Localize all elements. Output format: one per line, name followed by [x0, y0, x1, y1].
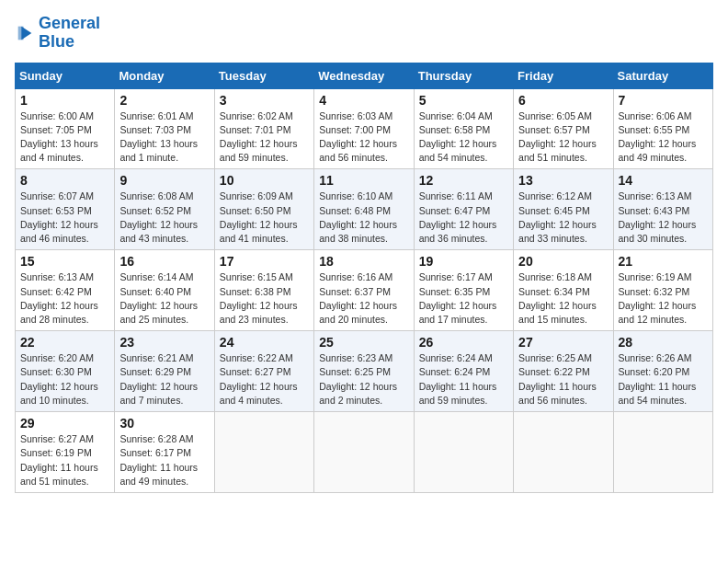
- calendar-day-21: 21Sunrise: 6:19 AM Sunset: 6:32 PM Dayli…: [613, 250, 712, 331]
- calendar-day-18: 18Sunrise: 6:16 AM Sunset: 6:37 PM Dayli…: [314, 250, 414, 331]
- day-number: 30: [119, 416, 209, 431]
- calendar-week-3: 15Sunrise: 6:13 AM Sunset: 6:42 PM Dayli…: [16, 250, 713, 331]
- empty-day-cell: [214, 412, 313, 493]
- day-number: 22: [20, 335, 109, 350]
- day-info: Sunrise: 6:25 AM Sunset: 6:22 PM Dayligh…: [518, 351, 608, 408]
- calendar-table: SundayMondayTuesdayWednesdayThursdayFrid…: [15, 63, 713, 493]
- day-info: Sunrise: 6:11 AM Sunset: 6:47 PM Dayligh…: [419, 190, 508, 246]
- weekday-header-tuesday: Tuesday: [214, 63, 313, 88]
- day-number: 26: [419, 335, 508, 350]
- day-number: 14: [619, 173, 708, 188]
- calendar-day-27: 27Sunrise: 6:25 AM Sunset: 6:22 PM Dayli…: [514, 331, 613, 412]
- calendar-day-15: 15Sunrise: 6:13 AM Sunset: 6:42 PM Dayli…: [16, 250, 115, 331]
- empty-day-cell: [414, 412, 513, 493]
- day-info: Sunrise: 6:28 AM Sunset: 6:17 PM Dayligh…: [119, 432, 209, 488]
- empty-day-cell: [514, 412, 613, 493]
- page-header: General Blue: [15, 15, 713, 52]
- day-info: Sunrise: 6:18 AM Sunset: 6:34 PM Dayligh…: [518, 270, 608, 327]
- day-info: Sunrise: 6:23 AM Sunset: 6:25 PM Dayligh…: [319, 351, 408, 408]
- day-info: Sunrise: 6:20 AM Sunset: 6:30 PM Dayligh…: [20, 351, 109, 408]
- day-number: 27: [518, 335, 608, 350]
- day-info: Sunrise: 6:15 AM Sunset: 6:38 PM Dayligh…: [220, 270, 309, 327]
- day-number: 23: [119, 335, 209, 350]
- calendar-day-11: 11Sunrise: 6:10 AM Sunset: 6:48 PM Dayli…: [314, 169, 414, 250]
- day-info: Sunrise: 6:02 AM Sunset: 7:01 PM Dayligh…: [220, 109, 309, 166]
- calendar-day-30: 30Sunrise: 6:28 AM Sunset: 6:17 PM Dayli…: [115, 412, 214, 493]
- weekday-header-sunday: Sunday: [16, 63, 115, 88]
- day-info: Sunrise: 6:26 AM Sunset: 6:20 PM Dayligh…: [619, 351, 708, 408]
- calendar-week-2: 8Sunrise: 6:07 AM Sunset: 6:53 PM Daylig…: [16, 169, 713, 250]
- calendar-day-23: 23Sunrise: 6:21 AM Sunset: 6:29 PM Dayli…: [115, 331, 214, 412]
- day-number: 10: [220, 173, 309, 188]
- calendar-day-2: 2Sunrise: 6:01 AM Sunset: 7:03 PM Daylig…: [115, 88, 214, 169]
- weekday-header-wednesday: Wednesday: [314, 63, 414, 88]
- calendar-day-25: 25Sunrise: 6:23 AM Sunset: 6:25 PM Dayli…: [314, 331, 414, 412]
- calendar-day-20: 20Sunrise: 6:18 AM Sunset: 6:34 PM Dayli…: [514, 250, 613, 331]
- day-info: Sunrise: 6:08 AM Sunset: 6:52 PM Dayligh…: [119, 190, 209, 246]
- calendar-day-29: 29Sunrise: 6:27 AM Sunset: 6:19 PM Dayli…: [16, 412, 115, 493]
- day-info: Sunrise: 6:14 AM Sunset: 6:40 PM Dayligh…: [119, 270, 209, 327]
- day-info: Sunrise: 6:17 AM Sunset: 6:35 PM Dayligh…: [419, 270, 508, 327]
- calendar-day-10: 10Sunrise: 6:09 AM Sunset: 6:50 PM Dayli…: [214, 169, 313, 250]
- calendar-header: SundayMondayTuesdayWednesdayThursdayFrid…: [16, 63, 713, 88]
- day-info: Sunrise: 6:04 AM Sunset: 6:58 PM Dayligh…: [419, 109, 508, 166]
- calendar-week-1: 1Sunrise: 6:00 AM Sunset: 7:05 PM Daylig…: [16, 88, 713, 169]
- calendar-day-6: 6Sunrise: 6:05 AM Sunset: 6:57 PM Daylig…: [514, 88, 613, 169]
- calendar-day-12: 12Sunrise: 6:11 AM Sunset: 6:47 PM Dayli…: [414, 169, 513, 250]
- day-info: Sunrise: 6:00 AM Sunset: 7:05 PM Dayligh…: [20, 109, 109, 166]
- logo: General Blue: [15, 15, 100, 52]
- day-number: 13: [518, 173, 608, 188]
- day-number: 9: [119, 173, 209, 188]
- calendar-week-4: 22Sunrise: 6:20 AM Sunset: 6:30 PM Dayli…: [16, 331, 713, 412]
- day-info: Sunrise: 6:19 AM Sunset: 6:32 PM Dayligh…: [619, 270, 708, 327]
- day-number: 1: [20, 93, 109, 108]
- calendar-day-17: 17Sunrise: 6:15 AM Sunset: 6:38 PM Dayli…: [214, 250, 313, 331]
- weekday-header-saturday: Saturday: [613, 63, 712, 88]
- calendar-day-4: 4Sunrise: 6:03 AM Sunset: 7:00 PM Daylig…: [314, 88, 414, 169]
- calendar-day-19: 19Sunrise: 6:17 AM Sunset: 6:35 PM Dayli…: [414, 250, 513, 331]
- day-number: 17: [220, 254, 309, 269]
- logo-icon: [15, 23, 35, 43]
- day-number: 20: [518, 254, 608, 269]
- calendar-day-16: 16Sunrise: 6:14 AM Sunset: 6:40 PM Dayli…: [115, 250, 214, 331]
- day-info: Sunrise: 6:07 AM Sunset: 6:53 PM Dayligh…: [20, 190, 109, 246]
- day-number: 11: [319, 173, 408, 188]
- day-number: 15: [20, 254, 109, 269]
- calendar-day-9: 9Sunrise: 6:08 AM Sunset: 6:52 PM Daylig…: [115, 169, 214, 250]
- day-number: 28: [619, 335, 708, 350]
- day-number: 2: [119, 93, 209, 108]
- calendar-day-8: 8Sunrise: 6:07 AM Sunset: 6:53 PM Daylig…: [16, 169, 115, 250]
- calendar-day-24: 24Sunrise: 6:22 AM Sunset: 6:27 PM Dayli…: [214, 331, 313, 412]
- weekday-header-thursday: Thursday: [414, 63, 513, 88]
- day-info: Sunrise: 6:06 AM Sunset: 6:55 PM Dayligh…: [619, 109, 708, 166]
- day-number: 7: [619, 93, 708, 108]
- day-number: 8: [20, 173, 109, 188]
- day-info: Sunrise: 6:24 AM Sunset: 6:24 PM Dayligh…: [419, 351, 508, 408]
- calendar-day-22: 22Sunrise: 6:20 AM Sunset: 6:30 PM Dayli…: [16, 331, 115, 412]
- day-number: 25: [319, 335, 408, 350]
- day-info: Sunrise: 6:12 AM Sunset: 6:45 PM Dayligh…: [518, 190, 608, 246]
- day-info: Sunrise: 6:13 AM Sunset: 6:42 PM Dayligh…: [20, 270, 109, 327]
- day-info: Sunrise: 6:22 AM Sunset: 6:27 PM Dayligh…: [220, 351, 309, 408]
- day-info: Sunrise: 6:27 AM Sunset: 6:19 PM Dayligh…: [20, 432, 109, 488]
- calendar-week-5: 29Sunrise: 6:27 AM Sunset: 6:19 PM Dayli…: [16, 412, 713, 493]
- day-number: 19: [419, 254, 508, 269]
- day-info: Sunrise: 6:16 AM Sunset: 6:37 PM Dayligh…: [319, 270, 408, 327]
- day-number: 16: [119, 254, 209, 269]
- day-number: 6: [518, 93, 608, 108]
- day-number: 21: [619, 254, 708, 269]
- weekday-header-friday: Friday: [514, 63, 613, 88]
- day-info: Sunrise: 6:01 AM Sunset: 7:03 PM Dayligh…: [119, 109, 209, 166]
- svg-rect-1: [18, 26, 24, 40]
- weekday-header-monday: Monday: [115, 63, 214, 88]
- empty-day-cell: [314, 412, 414, 493]
- empty-day-cell: [613, 412, 712, 493]
- day-info: Sunrise: 6:05 AM Sunset: 6:57 PM Dayligh…: [518, 109, 608, 166]
- day-number: 5: [419, 93, 508, 108]
- day-number: 3: [220, 93, 309, 108]
- day-info: Sunrise: 6:03 AM Sunset: 7:00 PM Dayligh…: [319, 109, 408, 166]
- day-info: Sunrise: 6:21 AM Sunset: 6:29 PM Dayligh…: [119, 351, 209, 408]
- calendar-day-5: 5Sunrise: 6:04 AM Sunset: 6:58 PM Daylig…: [414, 88, 513, 169]
- calendar-day-26: 26Sunrise: 6:24 AM Sunset: 6:24 PM Dayli…: [414, 331, 513, 412]
- day-number: 4: [319, 93, 408, 108]
